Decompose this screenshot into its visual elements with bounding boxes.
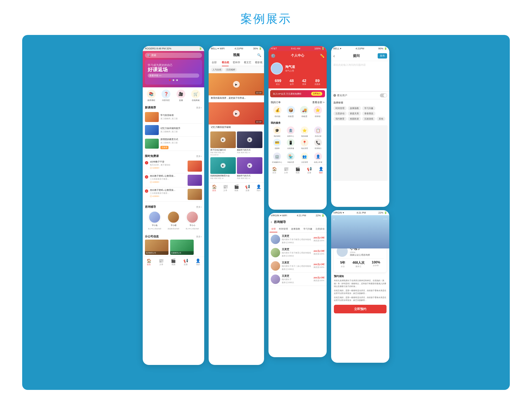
p3-bottom-home[interactable]: 🏠 首页	[272, 167, 277, 174]
advisor-item-3[interactable]: 王灵芝 顾问擅长于亲子二身心理咨询领域 服务过1088次 200元/小时 满意度…	[268, 259, 327, 273]
p2-bottom-live[interactable]: 📢 直播	[245, 184, 250, 192]
p2-bottom-me[interactable]: 👤 我的	[256, 184, 261, 192]
play-btn-1[interactable]: ▶	[233, 81, 240, 88]
grid-item-2[interactable]: ▶ 激励学习的方式 高效 精讲 浏览 12	[237, 131, 262, 156]
branch-item-2[interactable]: 甘肃教育公司	[170, 240, 194, 255]
phone4b-book-btn[interactable]: 立即预约	[334, 305, 387, 313]
bottom-nav-me[interactable]: 👤 我的	[196, 258, 200, 266]
tag-study[interactable]: 学习兴趣	[362, 106, 375, 110]
nav-item-courses[interactable]: 📚 推荐课程	[147, 90, 156, 102]
tag-modern-edu[interactable]: 现代教育	[333, 117, 347, 121]
phone1-search-bar[interactable]: 🔍 搜索	[145, 53, 202, 58]
service-vouchers[interactable]: 🏦 收券中心	[285, 126, 297, 138]
tag-attention[interactable]: 注意多动	[333, 111, 347, 116]
service-favorites[interactable]: ⭐ 我的收藏	[298, 126, 311, 138]
tag-story[interactable]: 故事胎教	[348, 106, 361, 110]
phone1-banner-btn[interactable]: 查看详情 >>	[148, 73, 199, 78]
free-item-1[interactable]: 3 3分钟教子干货 每天3分钟，教子更轻松 已>10000+	[145, 159, 202, 173]
p3b-tab-time[interactable]: 时间管理	[277, 226, 290, 232]
grid-play-1[interactable]: ▶	[221, 137, 226, 142]
p3-bottom-me[interactable]: 👤 我的	[319, 167, 323, 174]
p3b-tab-story[interactable]: 故事胎教	[290, 226, 302, 232]
service-history[interactable]: 📋 历史记录	[312, 126, 325, 138]
area-service-center[interactable]: 🏢 区域服务中心	[271, 153, 283, 164]
bottom-nav-live[interactable]: 📢 直播	[183, 258, 188, 266]
free-item-2[interactable]: 杰 杰出教子密码--让教育孩... 三大维度看亲子教育... 已>10000+	[145, 173, 202, 187]
order-pending-ship[interactable]: 📦 待发货	[287, 106, 295, 118]
tag-time-mgmt[interactable]: 时间管理	[333, 106, 347, 110]
orders-all[interactable]: 查看全部 >	[312, 101, 324, 104]
grid-play-3[interactable]: ▶	[221, 163, 226, 168]
p3b-tab-family[interactable]: 家庭关系	[326, 226, 327, 232]
order-pending-review[interactable]: ⭐ 待评价	[314, 106, 322, 118]
phone3-edit-icon[interactable]: ✏️	[320, 54, 324, 58]
p3-bottom-live[interactable]: 📢 直播	[307, 167, 312, 174]
grid-play-4[interactable]: ▶	[247, 163, 252, 168]
grid-play-2[interactable]: ▶	[247, 137, 252, 142]
order-pending-pay[interactable]: 💰 待付款	[273, 106, 282, 118]
tag-family[interactable]: 家庭关系	[348, 111, 361, 116]
course-btn-3[interactable]: 音频课	[160, 146, 168, 149]
branch-more[interactable]: 更多>	[196, 235, 202, 238]
play-btn-2[interactable]: ▶	[233, 110, 240, 117]
consultant-3[interactable]: 平小小 青少年心理咨询师	[186, 211, 199, 230]
tab-nature[interactable]: 看自然	[220, 59, 231, 66]
p2-bottom-article[interactable]: 📰 文章	[223, 184, 228, 192]
video-item-1[interactable]: ▶ 22:30 教育的最高境界，是把孩子培养成...	[209, 73, 264, 101]
service-courses[interactable]: 🎓 我的课程	[271, 126, 283, 138]
p3-bottom-video[interactable]: 🎬 视频	[295, 167, 300, 174]
nav-item-live[interactable]: 🎥 直播	[177, 90, 185, 102]
grid-item-4[interactable]: ▶ 激励学习的方式 高效 精讲 浏览 12	[237, 157, 262, 180]
filter-calendar[interactable]: 日历精粹	[225, 68, 237, 72]
consultant-2[interactable]: 平小橙 家庭教育咨询师	[167, 211, 180, 230]
phone3b-back-btn[interactable]: ‹	[271, 220, 272, 224]
p3-bottom-article[interactable]: 📰 文章	[284, 167, 288, 174]
service-contact[interactable]: 📞 联系我们	[312, 139, 325, 150]
bottom-nav-article[interactable]: 📰 文章	[159, 258, 163, 266]
tag-other[interactable]: 其他	[377, 117, 385, 121]
tag-puberty[interactable]: 青春期说	[362, 111, 375, 116]
consultant-1[interactable]: 平小鱼 青少年心理咨询师	[148, 211, 161, 230]
phone4b-back-btn[interactable]: ‹	[333, 217, 335, 221]
p3b-tab-all[interactable]: 全部	[270, 226, 277, 232]
video-item-2[interactable]: ▶ 22:30 记忆力翻倍提升秘籍	[209, 102, 264, 130]
branch-item-1[interactable]: 杭州教育公司	[145, 240, 168, 255]
service-coupons[interactable]: 💳 优惠券	[271, 139, 283, 150]
nav-item-shop[interactable]: 🛒 在线商城	[191, 90, 200, 102]
phone1-banner[interactable]: 学习成为更好的自己 好课返场 查看详情 >>	[145, 60, 202, 85]
tab-all[interactable]: 全部	[209, 59, 220, 66]
phone2-search-icon[interactable]: 🔍	[257, 53, 261, 57]
bottom-nav-video[interactable]: 🎬 视频	[171, 258, 176, 266]
free-item-3[interactable]: 杰 杰出教子密码--让教育孩... 三大维度看亲子教育... 已>10000+	[145, 187, 202, 202]
area-agent[interactable]: 🏪 市级代理	[285, 153, 297, 164]
phone4b-share-icon[interactable]: ⋯	[383, 217, 387, 221]
advisor-item-4[interactable]: 王灵芝 顾问擅长于 服务过1088次 200元/小时 满意度100%	[268, 273, 327, 286]
p3b-tab-adhd[interactable]: 注意多动	[314, 226, 326, 232]
order-pending-receive[interactable]: 🚚 待收货	[300, 106, 308, 118]
nav-item-qa[interactable]: ❓ 问答专区	[162, 90, 170, 102]
new-courses-more[interactable]: 更多>	[196, 106, 202, 109]
grid-item-1[interactable]: ▶ 亲子互动正确方式 高效 精讲 浏览 112 renyuabran	[210, 131, 236, 156]
tab-science[interactable]: 哲科学	[231, 59, 242, 66]
tag-game[interactable]: 沉迷游戏	[362, 117, 375, 121]
phone3-vip-bar[interactable]: 加入VIP会员 万元课程免费听 立即加入	[270, 90, 325, 97]
service-online-support[interactable]: 📱 在线客服	[285, 139, 297, 150]
phone4-anon-toggle[interactable]	[380, 93, 387, 97]
phone4-post-btn[interactable]: 发布	[378, 53, 387, 59]
p2-bottom-home[interactable]: 🏠 首页	[212, 184, 217, 192]
p3b-tab-study[interactable]: 学习兴趣	[302, 226, 314, 232]
phone4-input-area[interactable]: 请在此处输入询问的问题内容	[331, 61, 389, 92]
phone3-settings-icon[interactable]: ⚙️	[271, 54, 275, 58]
advisor-item-2[interactable]: 王灵芝 顾问擅长于亲子教育心理咨询领域 服务过1088次 200元/小时 满意度…	[268, 246, 327, 259]
consult-more[interactable]: 更多>	[196, 205, 202, 209]
area-individual[interactable]: 👤 自然人申请	[312, 153, 325, 164]
free-courses-more[interactable]: 更多>	[196, 155, 202, 158]
tab-art[interactable]: 看文艺	[242, 59, 253, 66]
course-item-2[interactable]: 记忆力如何做到提升 某三级教师 | 某三级	[145, 124, 202, 137]
service-address[interactable]: 📍 地址管理	[298, 139, 311, 150]
tag-bullying[interactable]: 校园欺凌	[348, 117, 361, 121]
grid-item-3[interactable]: ▶ 找家家庭教师教育大会 高效 精讲 浏览 18	[210, 157, 236, 180]
filter-nature[interactable]: 人与自然	[211, 68, 223, 72]
course-item-1[interactable]: 学习发音标准 某三级教师 | 某三级	[145, 111, 202, 124]
area-management[interactable]: 👥 大区管理	[298, 153, 311, 164]
